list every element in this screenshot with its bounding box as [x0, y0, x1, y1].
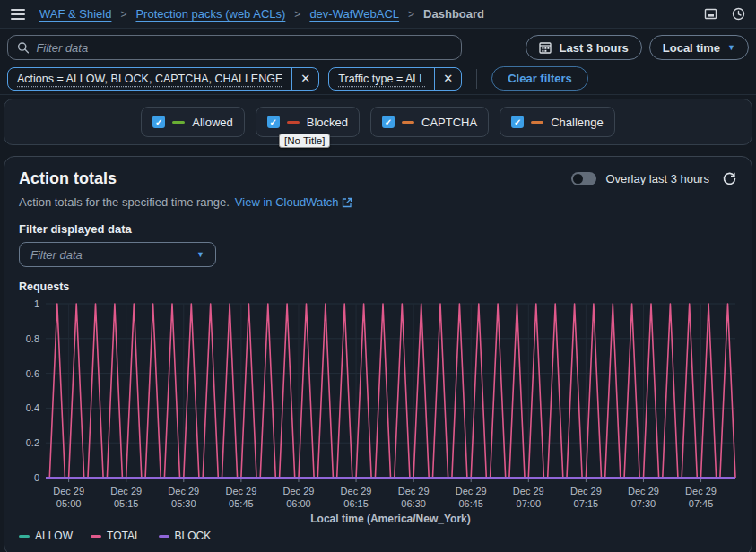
svg-text:07:30: 07:30 — [631, 498, 656, 509]
svg-text:07:00: 07:00 — [517, 498, 542, 509]
svg-text:Dec 29: Dec 29 — [628, 486, 659, 496]
series-toggle-captcha[interactable]: ✓CAPTCHA — [370, 107, 489, 137]
checkbox-icon[interactable]: ✓ — [267, 116, 280, 128]
clear-filters-button[interactable]: Clear filters — [491, 66, 588, 91]
legend-color-dash — [19, 535, 30, 538]
svg-text:0.8: 0.8 — [26, 333, 39, 344]
series-color-dash — [531, 121, 543, 124]
legend-item-allow: ALLOW — [19, 530, 73, 542]
breadcrumb-separator-icon: > — [408, 8, 414, 21]
clock-icon[interactable] — [732, 7, 745, 21]
svg-text:05:45: 05:45 — [229, 498, 254, 509]
series-toggle-challenge[interactable]: ✓Challenge — [500, 107, 615, 137]
filter-chip-label: Actions = ALLOW, BLOCK, CAPTCHA, CHALLEN… — [8, 73, 291, 85]
checkbox-icon[interactable]: ✓ — [152, 116, 165, 128]
legend-label: ALLOW — [35, 530, 73, 542]
chart-legend: ALLOWTOTALBLOCK — [19, 530, 737, 542]
checkbox-icon[interactable]: ✓ — [382, 116, 395, 128]
menu-icon[interactable] — [11, 9, 25, 20]
series-toggle-label: CAPTCHA — [421, 116, 477, 129]
series-toggle-strip: ✓Allowed✓Blocked✓CAPTCHA✓Challenge — [4, 99, 752, 145]
svg-text:06:45: 06:45 — [458, 498, 483, 509]
panel-description: Action totals for the specified time ran… — [19, 195, 230, 209]
svg-text:07:45: 07:45 — [689, 498, 714, 509]
svg-text:07:15: 07:15 — [574, 498, 599, 509]
svg-text:Dec 29: Dec 29 — [456, 486, 487, 496]
svg-text:Dec 29: Dec 29 — [513, 486, 544, 496]
filter-chip-label: Traffic type = ALL — [329, 73, 434, 85]
svg-text:Dec 29: Dec 29 — [110, 486, 142, 496]
time-range-button[interactable]: Last 3 hours — [526, 35, 641, 60]
overlay-toggle[interactable] — [571, 172, 596, 185]
svg-text:Dec 29: Dec 29 — [53, 486, 84, 496]
remove-filter-icon[interactable]: ✕ — [434, 68, 461, 90]
series-toggle-label: Allowed — [192, 116, 233, 129]
breadcrumb-separator-icon: > — [294, 8, 300, 21]
tooltip: [No Title] — [279, 134, 330, 148]
svg-text:1: 1 — [34, 298, 39, 309]
applied-filters-row: Actions = ALLOW, BLOCK, CAPTCHA, CHALLEN… — [0, 64, 756, 95]
legend-color-dash — [91, 535, 101, 538]
svg-text:Dec 29: Dec 29 — [341, 486, 372, 496]
legend-item-total: TOTAL — [91, 530, 141, 542]
chevron-down-icon: ▼ — [196, 251, 204, 259]
legend-label: TOTAL — [107, 530, 141, 542]
calendar-icon — [539, 41, 552, 54]
svg-text:05:15: 05:15 — [114, 498, 139, 509]
svg-text:06:30: 06:30 — [401, 498, 426, 509]
timezone-dropdown-button[interactable]: Local time ▼ — [649, 35, 749, 60]
top-navigation-bar: WAF & Shield>Protection packs (web ACLs)… — [0, 0, 756, 29]
remove-filter-icon[interactable]: ✕ — [291, 68, 318, 90]
svg-text:06:15: 06:15 — [343, 498, 369, 509]
legend-label: BLOCK — [175, 530, 212, 542]
svg-text:Dec 29: Dec 29 — [283, 486, 315, 496]
page-title: Action totals — [19, 169, 117, 188]
svg-text:05:00: 05:00 — [56, 498, 82, 509]
svg-text:06:00: 06:00 — [286, 498, 311, 509]
split-panel-icon[interactable] — [704, 7, 717, 21]
svg-text:Dec 29: Dec 29 — [225, 486, 256, 496]
svg-text:0: 0 — [34, 472, 39, 483]
filter-chip-2: Traffic type = ALL✕ — [328, 67, 462, 91]
filter-displayed-data-label: Filter displayed data — [19, 222, 737, 236]
breadcrumb-item-4: Dashboard — [423, 7, 484, 21]
breadcrumb-separator-icon: > — [120, 8, 126, 21]
chart-y-axis-title: Requests — [19, 280, 737, 293]
series-toggle-blocked[interactable]: ✓Blocked — [256, 107, 360, 137]
checkbox-icon[interactable]: ✓ — [511, 116, 524, 128]
svg-text:Dec 29: Dec 29 — [168, 486, 199, 496]
legend-item-block: BLOCK — [159, 530, 212, 542]
filter-chip-1: Actions = ALLOW, BLOCK, CAPTCHA, CHALLEN… — [7, 67, 319, 91]
breadcrumb: WAF & Shield>Protection packs (web ACLs)… — [39, 7, 484, 21]
overlay-toggle-label: Overlay last 3 hours — [605, 172, 709, 185]
action-totals-panel: Action totals Overlay last 3 hours Actio… — [4, 156, 752, 552]
svg-text:05:30: 05:30 — [171, 498, 196, 509]
svg-text:0.2: 0.2 — [26, 437, 39, 448]
toolbar-row: Last 3 hours Local time ▼ — [0, 29, 756, 64]
search-box[interactable] — [7, 35, 462, 60]
series-toggle-allowed[interactable]: ✓Allowed — [141, 107, 245, 137]
breadcrumb-item-1[interactable]: WAF & Shield — [39, 7, 111, 21]
chevron-down-icon: ▼ — [727, 44, 735, 52]
search-icon — [17, 41, 29, 54]
svg-text:Dec 29: Dec 29 — [570, 486, 602, 496]
breadcrumb-item-2[interactable]: Protection packs (web ACLs) — [135, 7, 285, 21]
series-toggle-label: Challenge — [551, 116, 604, 129]
search-input[interactable] — [36, 41, 452, 55]
filter-data-dropdown[interactable]: Filter data ▼ — [19, 242, 216, 267]
svg-text:0.6: 0.6 — [26, 368, 39, 379]
refresh-icon[interactable] — [722, 171, 737, 186]
legend-color-dash — [159, 535, 169, 538]
series-toggle-label: Blocked — [307, 116, 348, 129]
svg-text:Dec 29: Dec 29 — [685, 486, 717, 496]
external-link-icon — [342, 197, 352, 208]
svg-text:Local time (America/New_York): Local time (America/New_York) — [310, 513, 471, 525]
series-color-dash — [172, 121, 185, 124]
series-color-dash — [402, 121, 414, 124]
divider — [476, 69, 477, 89]
cloudwatch-link[interactable]: View in CloudWatch — [235, 195, 353, 209]
svg-text:Dec 29: Dec 29 — [398, 486, 430, 496]
svg-text:0.4: 0.4 — [26, 402, 39, 413]
requests-chart: 00.20.40.60.81Dec 2905:00Dec 2905:15Dec … — [19, 295, 737, 530]
breadcrumb-item-3[interactable]: dev-WafWebACL — [309, 7, 399, 21]
